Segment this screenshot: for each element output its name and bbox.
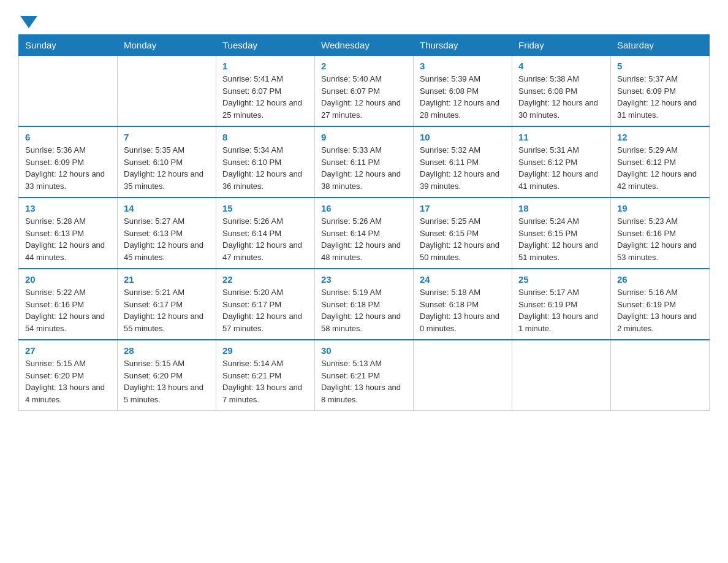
day-number: 20 — [25, 274, 111, 285]
calendar-header-wednesday: Wednesday — [315, 35, 414, 56]
calendar-week-row: 13Sunrise: 5:28 AMSunset: 6:13 PMDayligh… — [19, 197, 710, 269]
calendar-day-cell: 4Sunrise: 5:38 AMSunset: 6:08 PMDaylight… — [512, 56, 611, 127]
calendar-table: SundayMondayTuesdayWednesdayThursdayFrid… — [18, 34, 710, 411]
calendar-day-cell: 9Sunrise: 5:33 AMSunset: 6:11 PMDaylight… — [315, 126, 414, 197]
calendar-day-cell — [414, 340, 512, 411]
calendar-day-cell: 15Sunrise: 5:26 AMSunset: 6:14 PMDayligh… — [216, 197, 315, 269]
day-number: 2 — [321, 61, 407, 71]
day-number: 25 — [518, 274, 604, 285]
day-info: Sunrise: 5:33 AMSunset: 6:11 PMDaylight:… — [321, 144, 407, 192]
calendar-day-cell: 10Sunrise: 5:32 AMSunset: 6:11 PMDayligh… — [414, 126, 512, 197]
day-info: Sunrise: 5:31 AMSunset: 6:12 PMDaylight:… — [518, 144, 604, 192]
day-info: Sunrise: 5:27 AMSunset: 6:13 PMDaylight:… — [124, 215, 210, 263]
calendar-day-cell: 8Sunrise: 5:34 AMSunset: 6:10 PMDaylight… — [216, 126, 315, 197]
calendar-day-cell: 16Sunrise: 5:26 AMSunset: 6:14 PMDayligh… — [315, 197, 414, 269]
day-number: 30 — [321, 345, 407, 356]
day-number: 3 — [420, 61, 506, 71]
day-info: Sunrise: 5:37 AMSunset: 6:09 PMDaylight:… — [617, 73, 703, 121]
calendar-day-cell: 29Sunrise: 5:14 AMSunset: 6:21 PMDayligh… — [216, 340, 315, 411]
calendar-header-friday: Friday — [512, 35, 611, 56]
day-info: Sunrise: 5:36 AMSunset: 6:09 PMDaylight:… — [25, 144, 111, 192]
day-info: Sunrise: 5:14 AMSunset: 6:21 PMDaylight:… — [222, 358, 308, 405]
calendar-header-thursday: Thursday — [414, 35, 512, 56]
day-number: 18 — [518, 203, 604, 213]
day-info: Sunrise: 5:35 AMSunset: 6:10 PMDaylight:… — [124, 144, 210, 192]
day-number: 17 — [420, 203, 506, 213]
calendar-day-cell: 1Sunrise: 5:41 AMSunset: 6:07 PMDaylight… — [216, 56, 315, 127]
day-info: Sunrise: 5:39 AMSunset: 6:08 PMDaylight:… — [420, 73, 506, 121]
calendar-header-sunday: Sunday — [19, 35, 118, 56]
day-info: Sunrise: 5:23 AMSunset: 6:16 PMDaylight:… — [617, 215, 703, 263]
day-number: 19 — [617, 203, 703, 213]
calendar-day-cell: 21Sunrise: 5:21 AMSunset: 6:17 PMDayligh… — [118, 269, 216, 340]
calendar-day-cell: 20Sunrise: 5:22 AMSunset: 6:16 PMDayligh… — [19, 269, 118, 340]
day-number: 24 — [420, 274, 506, 285]
logo-triangle-icon — [20, 16, 37, 28]
day-info: Sunrise: 5:15 AMSunset: 6:20 PMDaylight:… — [25, 358, 111, 405]
day-number: 22 — [222, 274, 308, 285]
calendar-day-cell: 27Sunrise: 5:15 AMSunset: 6:20 PMDayligh… — [19, 340, 118, 411]
calendar-day-cell: 28Sunrise: 5:15 AMSunset: 6:20 PMDayligh… — [118, 340, 216, 411]
calendar-day-cell: 14Sunrise: 5:27 AMSunset: 6:13 PMDayligh… — [118, 197, 216, 269]
day-number: 1 — [222, 61, 308, 71]
day-number: 9 — [321, 132, 407, 142]
day-number: 4 — [518, 61, 604, 71]
calendar-day-cell: 26Sunrise: 5:16 AMSunset: 6:19 PMDayligh… — [611, 269, 710, 340]
day-number: 28 — [124, 345, 210, 356]
day-number: 13 — [25, 203, 111, 213]
calendar-header-row: SundayMondayTuesdayWednesdayThursdayFrid… — [19, 35, 710, 56]
calendar-day-cell: 25Sunrise: 5:17 AMSunset: 6:19 PMDayligh… — [512, 269, 611, 340]
day-info: Sunrise: 5:32 AMSunset: 6:11 PMDaylight:… — [420, 144, 506, 192]
calendar-week-row: 27Sunrise: 5:15 AMSunset: 6:20 PMDayligh… — [19, 340, 710, 411]
day-info: Sunrise: 5:19 AMSunset: 6:18 PMDaylight:… — [321, 286, 407, 334]
calendar-day-cell: 24Sunrise: 5:18 AMSunset: 6:18 PMDayligh… — [414, 269, 512, 340]
calendar-day-cell: 30Sunrise: 5:13 AMSunset: 6:21 PMDayligh… — [315, 340, 414, 411]
day-info: Sunrise: 5:25 AMSunset: 6:15 PMDaylight:… — [420, 215, 506, 263]
calendar-day-cell — [512, 340, 611, 411]
page-header — [18, 12, 710, 28]
calendar-day-cell: 2Sunrise: 5:40 AMSunset: 6:07 PMDaylight… — [315, 56, 414, 127]
day-number: 12 — [617, 132, 703, 142]
day-number: 6 — [25, 132, 111, 142]
day-info: Sunrise: 5:26 AMSunset: 6:14 PMDaylight:… — [321, 215, 407, 263]
day-number: 5 — [617, 61, 703, 71]
day-info: Sunrise: 5:24 AMSunset: 6:15 PMDaylight:… — [518, 215, 604, 263]
day-info: Sunrise: 5:22 AMSunset: 6:16 PMDaylight:… — [25, 286, 111, 334]
calendar-day-cell: 7Sunrise: 5:35 AMSunset: 6:10 PMDaylight… — [118, 126, 216, 197]
day-number: 10 — [420, 132, 506, 142]
day-number: 29 — [222, 345, 308, 356]
calendar-week-row: 6Sunrise: 5:36 AMSunset: 6:09 PMDaylight… — [19, 126, 710, 197]
day-info: Sunrise: 5:38 AMSunset: 6:08 PMDaylight:… — [518, 73, 604, 121]
calendar-day-cell — [611, 340, 710, 411]
day-info: Sunrise: 5:16 AMSunset: 6:19 PMDaylight:… — [617, 286, 703, 334]
day-number: 16 — [321, 203, 407, 213]
day-number: 21 — [124, 274, 210, 285]
calendar-day-cell: 22Sunrise: 5:20 AMSunset: 6:17 PMDayligh… — [216, 269, 315, 340]
day-info: Sunrise: 5:15 AMSunset: 6:20 PMDaylight:… — [124, 358, 210, 405]
calendar-day-cell: 12Sunrise: 5:29 AMSunset: 6:12 PMDayligh… — [611, 126, 710, 197]
calendar-header-tuesday: Tuesday — [216, 35, 315, 56]
day-number: 15 — [222, 203, 308, 213]
calendar-day-cell: 23Sunrise: 5:19 AMSunset: 6:18 PMDayligh… — [315, 269, 414, 340]
day-number: 7 — [124, 132, 210, 142]
calendar-day-cell: 5Sunrise: 5:37 AMSunset: 6:09 PMDaylight… — [611, 56, 710, 127]
day-info: Sunrise: 5:40 AMSunset: 6:07 PMDaylight:… — [321, 73, 407, 121]
calendar-header-monday: Monday — [118, 35, 216, 56]
day-info: Sunrise: 5:17 AMSunset: 6:19 PMDaylight:… — [518, 286, 604, 334]
calendar-day-cell — [118, 56, 216, 127]
day-info: Sunrise: 5:26 AMSunset: 6:14 PMDaylight:… — [222, 215, 308, 263]
calendar-day-cell: 17Sunrise: 5:25 AMSunset: 6:15 PMDayligh… — [414, 197, 512, 269]
calendar-day-cell: 11Sunrise: 5:31 AMSunset: 6:12 PMDayligh… — [512, 126, 611, 197]
day-info: Sunrise: 5:20 AMSunset: 6:17 PMDaylight:… — [222, 286, 308, 334]
day-info: Sunrise: 5:28 AMSunset: 6:13 PMDaylight:… — [25, 215, 111, 263]
day-info: Sunrise: 5:18 AMSunset: 6:18 PMDaylight:… — [420, 286, 506, 334]
day-info: Sunrise: 5:21 AMSunset: 6:17 PMDaylight:… — [124, 286, 210, 334]
calendar-header-saturday: Saturday — [611, 35, 710, 56]
day-info: Sunrise: 5:13 AMSunset: 6:21 PMDaylight:… — [321, 358, 407, 405]
calendar-week-row: 1Sunrise: 5:41 AMSunset: 6:07 PMDaylight… — [19, 56, 710, 127]
day-number: 8 — [222, 132, 308, 142]
calendar-week-row: 20Sunrise: 5:22 AMSunset: 6:16 PMDayligh… — [19, 269, 710, 340]
calendar-day-cell: 6Sunrise: 5:36 AMSunset: 6:09 PMDaylight… — [19, 126, 118, 197]
day-number: 26 — [617, 274, 703, 285]
calendar-day-cell — [19, 56, 118, 127]
